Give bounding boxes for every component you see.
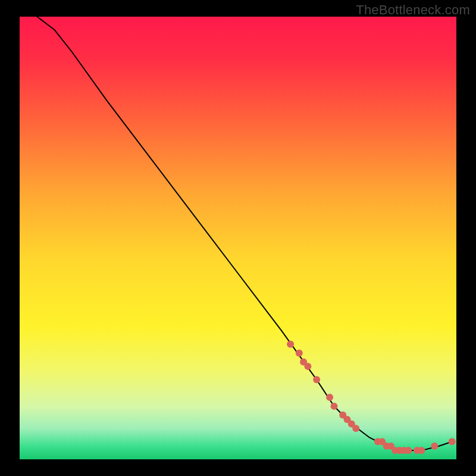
data-marker [449, 438, 456, 445]
plot-background [20, 17, 456, 459]
data-marker [331, 403, 338, 410]
data-marker [418, 447, 425, 454]
data-marker [405, 447, 412, 454]
data-marker [326, 394, 333, 401]
data-marker [296, 349, 303, 356]
data-marker [304, 363, 311, 370]
data-marker [313, 376, 320, 383]
chart-frame: TheBottleneck.com [0, 0, 476, 476]
bottleneck-chart [0, 0, 476, 476]
data-marker [431, 443, 438, 450]
data-marker [352, 425, 359, 432]
data-marker [287, 341, 294, 348]
